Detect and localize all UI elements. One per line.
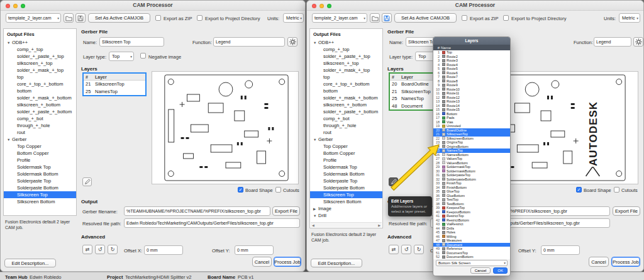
export-zip-checkbox[interactable] bbox=[462, 15, 467, 21]
edit-description-button[interactable]: Edit Description... bbox=[311, 259, 362, 267]
output-file-item[interactable]: Soldermask Bottom bbox=[4, 171, 76, 177]
board-shape-checkbox[interactable]: ✓ bbox=[576, 187, 582, 193]
edit-layers-button[interactable] bbox=[389, 177, 398, 186]
output-file-item[interactable]: Silkscreen Top bbox=[310, 191, 382, 198]
minimize-button[interactable] bbox=[319, 4, 324, 8]
titlebar[interactable]: CAM Processor bbox=[1, 1, 305, 11]
output-file-item[interactable]: Solderpaste Top bbox=[4, 177, 76, 184]
output-file-item[interactable]: solder_+_mask_+_top bbox=[310, 67, 382, 74]
output-file-item[interactable]: Top Copper bbox=[4, 143, 76, 150]
mirror-button[interactable]: ⇄ bbox=[82, 245, 92, 254]
tree-expander-icon[interactable]: ▼ bbox=[313, 41, 318, 45]
tree-expander-icon[interactable]: ▶ bbox=[313, 207, 318, 211]
output-file-item[interactable]: ▼ Drill bbox=[310, 212, 382, 219]
offset-y-input[interactable]: 0 mm bbox=[541, 245, 580, 255]
set-active-camjob-button[interactable]: Set As Active CAMJOB bbox=[394, 13, 457, 23]
save-camjob-button[interactable] bbox=[382, 13, 392, 23]
layer-option[interactable]: 52 DocumentBottom bbox=[433, 255, 510, 259]
output-file-item[interactable]: silkscreen_+_top bbox=[310, 60, 382, 67]
output-file-item[interactable]: top bbox=[310, 74, 382, 81]
output-file-item[interactable]: through_+_hole bbox=[4, 122, 76, 129]
output-file-item[interactable]: bottom bbox=[310, 87, 382, 94]
output-file-item[interactable]: comp_+_top bbox=[310, 46, 382, 53]
output-file-item[interactable]: core_+_top_+_bottom bbox=[4, 81, 76, 87]
function-settings-button[interactable] bbox=[287, 37, 297, 47]
resolved-path-input[interactable]: Edwin Robledo/TechMarketing/CAMOutputs/G… bbox=[124, 218, 300, 228]
function-input[interactable]: Legend bbox=[213, 37, 285, 47]
zoom-button[interactable] bbox=[327, 4, 331, 8]
output-file-item[interactable]: comp_+_bot bbox=[310, 115, 382, 122]
load-camjob-button[interactable] bbox=[370, 13, 380, 23]
cutouts-checkbox[interactable] bbox=[614, 187, 619, 193]
layers-cancel-button[interactable]: Cancel bbox=[470, 267, 491, 274]
negative-image-checkbox[interactable] bbox=[140, 53, 146, 59]
offset-x-input[interactable]: 0 mm bbox=[144, 245, 183, 255]
mirror-button[interactable]: ⇄ bbox=[389, 245, 399, 254]
rotate-cw-button[interactable]: ↻ bbox=[414, 245, 424, 254]
camjob-file-select[interactable]: template_2_layer.cam▾ bbox=[6, 13, 61, 23]
output-file-item[interactable]: Soldermask Bottom bbox=[310, 171, 382, 177]
cancel-button[interactable]: Cancel bbox=[252, 257, 272, 267]
output-file-item[interactable]: Top Copper bbox=[310, 143, 382, 150]
output-file-item[interactable]: comp_+_top bbox=[4, 46, 76, 53]
titlebar[interactable]: CAM Processor bbox=[307, 1, 643, 11]
output-file-item[interactable]: solder_+_mask_+_bottom bbox=[310, 94, 382, 101]
rotate-ccw-button[interactable]: ↺ bbox=[95, 245, 105, 254]
output-file-item[interactable]: through_+_hole bbox=[310, 122, 382, 129]
output-file-item[interactable]: comp_+_bot bbox=[4, 115, 76, 122]
output-file-item[interactable]: Soldermask Top bbox=[310, 164, 382, 171]
rotate-cw-button[interactable]: ↻ bbox=[108, 245, 118, 254]
output-file-item[interactable]: Solderpaste Bottom bbox=[4, 184, 76, 191]
close-button[interactable] bbox=[312, 4, 316, 8]
output-file-item[interactable]: ▼ ODB++ bbox=[4, 39, 76, 46]
units-select[interactable]: Metric▾ bbox=[283, 13, 304, 23]
close-button[interactable] bbox=[6, 4, 10, 8]
output-file-item[interactable]: rout bbox=[4, 129, 76, 136]
pcb-preview[interactable] bbox=[152, 71, 299, 184]
output-file-item[interactable]: Silkscreen Bottom bbox=[310, 198, 382, 205]
save-camjob-button[interactable] bbox=[75, 13, 86, 23]
cutouts-checkbox[interactable] bbox=[275, 187, 281, 193]
function-input[interactable]: Legend bbox=[594, 37, 631, 47]
rotate-ccw-button[interactable]: ↺ bbox=[401, 245, 411, 254]
scroll-left-icon[interactable]: ◀ bbox=[312, 223, 314, 227]
output-file-item[interactable]: Silkscreen Bottom bbox=[4, 198, 76, 205]
set-active-camjob-button[interactable]: Set As Active CAMJOB bbox=[88, 13, 150, 23]
load-camjob-button[interactable] bbox=[64, 13, 74, 23]
output-file-item[interactable]: silkscreen_+_bottom bbox=[310, 101, 382, 108]
export-zip-checkbox[interactable] bbox=[155, 15, 161, 21]
edit-layers-button[interactable] bbox=[82, 177, 92, 186]
output-file-item[interactable]: solder_+_paste_+_bottom bbox=[4, 108, 76, 115]
board-shape-checkbox[interactable]: ✓ bbox=[238, 187, 243, 193]
offset-y-input[interactable]: 0 mm bbox=[235, 245, 274, 255]
layer-type-select[interactable]: Top▾ bbox=[109, 52, 134, 61]
output-file-item[interactable]: ▶ Image bbox=[310, 205, 382, 212]
output-file-item[interactable]: silkscreen_+_bottom bbox=[4, 101, 76, 108]
output-file-item[interactable]: solder_+_mask_+_top bbox=[4, 67, 76, 74]
layers-ok-button[interactable]: OK bbox=[493, 267, 508, 274]
gerber-filename-input[interactable]: %TEAMHUBNAME/%PROJECTNAME/%PREFIX/silksc… bbox=[124, 206, 270, 216]
output-file-item[interactable]: solder_+_paste_+_top bbox=[310, 53, 382, 60]
export-project-checkbox[interactable] bbox=[503, 15, 509, 21]
edit-description-button[interactable]: Edit Description... bbox=[4, 259, 56, 267]
tree-expander-icon[interactable]: ▼ bbox=[7, 138, 12, 142]
zoom-button[interactable] bbox=[21, 4, 25, 8]
output-file-item[interactable]: Solderpaste Top bbox=[310, 177, 382, 184]
layer-row[interactable]: 21SilkscreenTop bbox=[84, 81, 145, 88]
output-file-item[interactable]: solder_+_paste_+_bottom bbox=[310, 108, 382, 115]
output-file-item[interactable]: silkscreen_+_top bbox=[4, 60, 76, 67]
name-input[interactable]: Silkscreen Top bbox=[99, 37, 164, 47]
export-file-button[interactable]: Export File bbox=[613, 206, 640, 216]
tree-expander-icon[interactable]: ▼ bbox=[313, 214, 318, 218]
output-file-item[interactable]: Profile bbox=[4, 157, 76, 164]
cancel-button[interactable]: Cancel bbox=[589, 257, 609, 267]
output-file-item[interactable]: solder_+_paste_+_top bbox=[4, 53, 76, 60]
export-project-checkbox[interactable] bbox=[197, 15, 203, 21]
output-file-item[interactable]: ▼ Gerber bbox=[310, 136, 382, 143]
output-file-item[interactable]: Bottom Copper bbox=[310, 150, 382, 157]
output-file-item[interactable]: core_+_top_+_bottom bbox=[310, 81, 382, 87]
output-file-item[interactable]: Profile bbox=[310, 157, 382, 164]
scroll-right-icon[interactable]: ▶ bbox=[378, 223, 380, 227]
output-file-item[interactable]: Bottom Copper bbox=[4, 150, 76, 157]
output-file-item[interactable]: solder_+_mask_+_bottom bbox=[4, 94, 76, 101]
